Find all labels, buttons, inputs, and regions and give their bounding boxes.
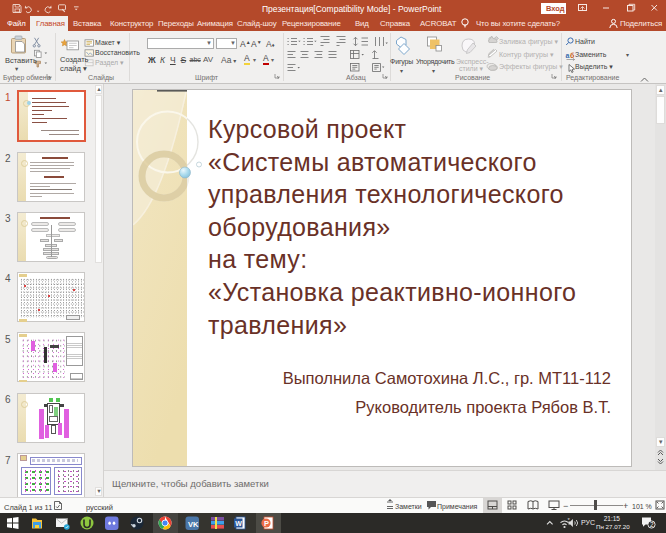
svg-text:2: 2: [650, 521, 654, 528]
svg-text:W: W: [235, 520, 242, 527]
svg-text:*: *: [568, 517, 571, 523]
svg-text:а: а: [566, 52, 570, 59]
svg-text:P: P: [264, 519, 269, 528]
svg-text:VK: VK: [188, 520, 199, 529]
